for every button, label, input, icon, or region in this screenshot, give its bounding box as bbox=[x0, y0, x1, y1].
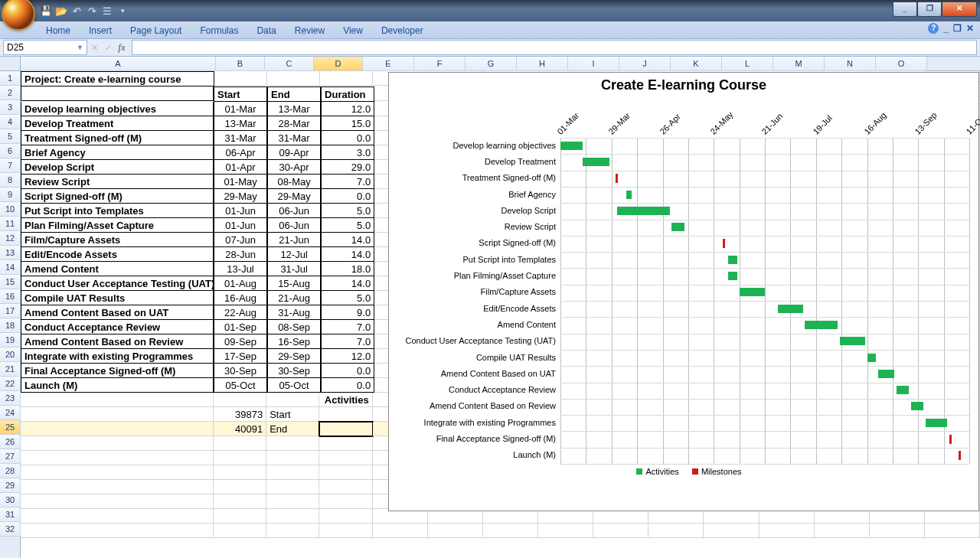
cell-D20[interactable]: 12.0 bbox=[321, 349, 374, 364]
ribbon-restore-icon[interactable]: ❐ bbox=[953, 23, 962, 34]
cell-G32[interactable] bbox=[483, 524, 538, 538]
cell-C8[interactable]: 08-May bbox=[267, 175, 321, 189]
close-button[interactable]: ✕ bbox=[942, 2, 977, 17]
cell-B1[interactable] bbox=[214, 71, 267, 86]
cell-M32[interactable] bbox=[815, 524, 870, 538]
cell-A6[interactable]: Brief Agency bbox=[21, 145, 214, 160]
cell-C24[interactable]: Start bbox=[266, 407, 319, 422]
cell-A7[interactable]: Develop Script bbox=[21, 160, 214, 175]
cell-A29[interactable] bbox=[21, 480, 214, 494]
cell-A19[interactable]: Amend Content Based on Review bbox=[21, 334, 214, 349]
cell-C26[interactable] bbox=[266, 436, 319, 451]
cell-C10[interactable]: 06-Jun bbox=[267, 204, 321, 218]
cell-D11[interactable]: 5.0 bbox=[321, 218, 374, 233]
new-icon[interactable]: ☰ bbox=[101, 5, 113, 17]
cell-B23[interactable] bbox=[214, 393, 266, 407]
cell-L32[interactable] bbox=[760, 524, 815, 538]
column-header-K[interactable]: K bbox=[671, 57, 722, 71]
cell-C21[interactable]: 30-Sep bbox=[267, 364, 321, 378]
row-header-16[interactable]: 16 bbox=[0, 289, 21, 304]
cell-D5[interactable]: 0.0 bbox=[321, 131, 374, 145]
cell-A4[interactable]: Develop Treatment bbox=[21, 116, 214, 131]
ribbon-tab-view[interactable]: View bbox=[334, 23, 372, 38]
cell-A12[interactable]: Film/Capture Assets bbox=[21, 233, 214, 247]
minimize-button[interactable]: _ bbox=[893, 2, 917, 17]
cell-D31[interactable] bbox=[319, 509, 372, 524]
cell-A3[interactable]: Develop learning objectives bbox=[21, 102, 214, 116]
row-header-27[interactable]: 27 bbox=[0, 449, 21, 464]
row-header-28[interactable]: 28 bbox=[0, 464, 21, 478]
row-header-17[interactable]: 17 bbox=[0, 304, 21, 318]
cell-D3[interactable]: 12.0 bbox=[321, 102, 374, 116]
cell-C30[interactable] bbox=[266, 494, 319, 509]
select-all-button[interactable] bbox=[0, 57, 21, 71]
cell-D19[interactable]: 7.0 bbox=[321, 334, 374, 349]
cell-D2[interactable]: Duration bbox=[321, 86, 374, 102]
column-header-B[interactable]: B bbox=[216, 57, 265, 71]
row-header-3[interactable]: 3 bbox=[0, 100, 21, 115]
cell-B25[interactable]: 40091 bbox=[214, 422, 266, 436]
ribbon-close-icon[interactable]: ✕ bbox=[966, 23, 974, 34]
cell-C25[interactable]: End bbox=[266, 422, 319, 436]
column-header-O[interactable]: O bbox=[876, 57, 927, 71]
cell-A17[interactable]: Amend Content Based on UAT bbox=[21, 305, 214, 320]
cell-B16[interactable]: 16-Aug bbox=[214, 291, 267, 305]
row-header-30[interactable]: 30 bbox=[0, 493, 21, 507]
cell-B10[interactable]: 01-Jun bbox=[214, 204, 267, 218]
cell-A5[interactable]: Treatment Signed-off (M) bbox=[21, 131, 214, 145]
cell-D10[interactable]: 5.0 bbox=[321, 204, 374, 218]
name-box[interactable]: D25 ▼ bbox=[3, 40, 87, 55]
cell-B19[interactable]: 09-Sep bbox=[214, 334, 267, 349]
cell-B32[interactable] bbox=[214, 524, 266, 538]
ribbon-tab-home[interactable]: Home bbox=[37, 23, 80, 38]
column-header-H[interactable]: H bbox=[517, 57, 568, 71]
cell-B29[interactable] bbox=[214, 480, 266, 494]
cell-F32[interactable] bbox=[428, 524, 483, 538]
cell-D14[interactable]: 18.0 bbox=[321, 262, 374, 276]
row-header-9[interactable]: 9 bbox=[0, 188, 21, 202]
cell-B7[interactable]: 01-Apr bbox=[214, 160, 267, 175]
cell-C13[interactable]: 12-Jul bbox=[267, 247, 321, 262]
cell-E32[interactable] bbox=[373, 524, 428, 538]
help-icon[interactable]: ? bbox=[928, 23, 939, 34]
cell-D30[interactable] bbox=[319, 494, 372, 509]
row-header-8[interactable]: 8 bbox=[0, 173, 21, 188]
cell-C5[interactable]: 31-Mar bbox=[267, 131, 321, 145]
cell-A25[interactable] bbox=[21, 422, 214, 436]
ribbon-tab-review[interactable]: Review bbox=[286, 23, 334, 38]
cell-D9[interactable]: 0.0 bbox=[321, 189, 374, 204]
cell-O32[interactable] bbox=[925, 524, 980, 538]
cell-D26[interactable] bbox=[319, 436, 372, 451]
cell-A24[interactable] bbox=[21, 407, 214, 422]
cell-D22[interactable]: 0.0 bbox=[321, 378, 374, 393]
cell-D29[interactable] bbox=[319, 480, 372, 494]
row-header-31[interactable]: 31 bbox=[0, 507, 21, 522]
cell-D6[interactable]: 3.0 bbox=[321, 145, 374, 160]
cell-C17[interactable]: 31-Aug bbox=[267, 305, 321, 320]
formula-input[interactable] bbox=[132, 40, 977, 55]
cell-A31[interactable] bbox=[21, 509, 214, 524]
row-header-11[interactable]: 11 bbox=[0, 217, 21, 231]
cell-C22[interactable]: 05-Oct bbox=[267, 378, 321, 393]
cell-B21[interactable]: 30-Sep bbox=[214, 364, 267, 378]
row-header-10[interactable]: 10 bbox=[0, 202, 21, 217]
row-header-2[interactable]: 2 bbox=[0, 86, 21, 100]
cell-A11[interactable]: Plan Filming/Asset Capture bbox=[21, 218, 214, 233]
cell-A13[interactable]: Edit/Encode Assets bbox=[21, 247, 214, 262]
ribbon-tab-page-layout[interactable]: Page Layout bbox=[121, 23, 191, 38]
row-header-25[interactable]: 25 bbox=[0, 420, 21, 435]
cell-C11[interactable]: 06-Jun bbox=[267, 218, 321, 233]
ribbon-tab-formulas[interactable]: Formulas bbox=[191, 23, 247, 38]
cell-D24[interactable] bbox=[319, 407, 372, 422]
row-header-22[interactable]: 22 bbox=[0, 377, 21, 391]
row-header-14[interactable]: 14 bbox=[0, 260, 21, 275]
cell-C2[interactable]: End bbox=[267, 86, 321, 102]
cell-D28[interactable] bbox=[319, 465, 372, 480]
cell-B12[interactable]: 07-Jun bbox=[214, 233, 267, 247]
cell-B9[interactable]: 29-May bbox=[214, 189, 267, 204]
row-header-32[interactable]: 32 bbox=[0, 522, 21, 537]
row-header-12[interactable]: 12 bbox=[0, 231, 21, 246]
cell-D25[interactable] bbox=[319, 422, 372, 436]
column-header-A[interactable]: A bbox=[21, 57, 216, 71]
cell-C19[interactable]: 16-Sep bbox=[267, 334, 321, 349]
